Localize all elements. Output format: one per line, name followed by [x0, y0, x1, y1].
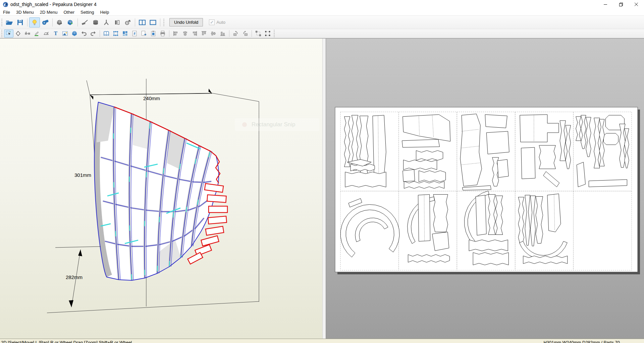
- solid-view-icon[interactable]: [90, 17, 101, 27]
- status-model-size-text: H301mm W240mm D282mm / Parts 70: [543, 339, 644, 343]
- part-outline[interactable]: [345, 172, 386, 187]
- toggle-light-icon[interactable]: [29, 17, 40, 27]
- part-outline[interactable]: [547, 194, 561, 232]
- menu-item-help[interactable]: Help: [97, 9, 112, 15]
- toolbar-separator: [52, 18, 53, 26]
- edit-line-icon[interactable]: [32, 29, 42, 38]
- show-3d-box-icon[interactable]: [70, 29, 79, 38]
- viewport-2d[interactable]: [326, 39, 644, 339]
- menu-item-other[interactable]: Other: [60, 9, 77, 15]
- redo-icon[interactable]: [89, 29, 98, 38]
- svg-text:T: T: [54, 30, 58, 36]
- print-icon[interactable]: [158, 29, 167, 38]
- bounding-select-icon[interactable]: [111, 29, 120, 38]
- menu-item-2d-menu[interactable]: 2D Menu: [37, 9, 61, 15]
- open-sheet-icon[interactable]: [102, 29, 111, 38]
- select-move-icon[interactable]: [4, 29, 13, 38]
- part-outline[interactable]: [497, 159, 508, 178]
- part-outline[interactable]: [473, 253, 508, 265]
- part-outline[interactable]: [589, 180, 627, 187]
- toolbar-separator: [169, 30, 169, 37]
- part-outline[interactable]: [603, 133, 618, 145]
- select-object-3d-icon[interactable]: [54, 17, 65, 27]
- status-bar: 2D [Select/Move] L [Pan] R or Wheel Drag…: [0, 339, 644, 343]
- align-left-icon[interactable]: [171, 29, 180, 38]
- part-outline[interactable]: [432, 232, 449, 251]
- part-outline[interactable]: [521, 147, 535, 179]
- export-page-icon[interactable]: [139, 29, 149, 38]
- restore-button[interactable]: [613, 0, 629, 9]
- part-outline[interactable]: [460, 114, 482, 186]
- toolbar-grip[interactable]: [1, 19, 3, 26]
- snip-icon: [242, 122, 247, 127]
- client-area: 240mm301mm282mm Rectangular Snip: [0, 38, 644, 339]
- menu-item-setting[interactable]: Setting: [77, 9, 97, 15]
- snip-watermark: Rectangular Snip: [235, 118, 319, 131]
- align-top-icon[interactable]: [199, 29, 209, 38]
- save-file-icon[interactable]: [15, 17, 25, 27]
- one-pane-layout-icon[interactable]: [148, 17, 158, 27]
- toolbar-separator: [252, 30, 252, 37]
- auto-unfold-label: Auto: [216, 20, 225, 25]
- toolbar-separator: [77, 18, 78, 26]
- width-dimension-label: 240mm: [143, 95, 160, 101]
- svg-text:#: #: [133, 32, 136, 36]
- part-outline[interactable]: [486, 131, 509, 154]
- undo-unfold-button[interactable]: Undo Unfold: [169, 18, 203, 26]
- part-outline[interactable]: [403, 169, 415, 182]
- checkbox-check-icon[interactable]: ✓: [209, 19, 215, 25]
- rotate-right-icon[interactable]: [240, 29, 250, 38]
- auto-unfold-checkbox[interactable]: ✓ Auto: [209, 19, 225, 25]
- toolbar-separator: [100, 30, 100, 37]
- ungroup-select-icon[interactable]: [263, 29, 272, 38]
- open-file-icon[interactable]: [4, 17, 15, 27]
- insert-image-icon[interactable]: [60, 29, 70, 38]
- pane-splitter[interactable]: [322, 39, 326, 339]
- select-part-3d-icon[interactable]: [65, 17, 76, 27]
- joint-view-icon[interactable]: [101, 17, 112, 27]
- menu-item-3d-menu[interactable]: 3D Menu: [13, 9, 37, 15]
- part-outline[interactable]: [469, 240, 508, 251]
- toolbar-grip[interactable]: [273, 30, 275, 37]
- align-center-horizontal-icon[interactable]: [180, 29, 190, 38]
- toolbar-grip[interactable]: [163, 19, 165, 26]
- two-pane-layout-icon[interactable]: [137, 17, 148, 27]
- auto-arrange-icon[interactable]: [120, 29, 130, 38]
- model-3d-canvas[interactable]: 240mm301mm282mm: [0, 39, 322, 338]
- part-outline[interactable]: [419, 170, 446, 182]
- app-logo-icon: [3, 2, 8, 7]
- rotate-left-icon[interactable]: [231, 29, 240, 38]
- texture-view-icon[interactable]: [40, 17, 51, 27]
- pattern-2d-canvas[interactable]: [326, 39, 644, 338]
- page-number-icon[interactable]: #: [130, 29, 139, 38]
- clipboard-icon[interactable]: [149, 29, 158, 38]
- toolbar-grip[interactable]: [1, 30, 3, 37]
- align-right-icon[interactable]: [190, 29, 199, 38]
- part-outline[interactable]: [433, 195, 448, 232]
- toolbar-separator: [160, 18, 160, 26]
- align-bottom-icon[interactable]: [218, 29, 227, 38]
- view-settings-icon[interactable]: [122, 17, 133, 27]
- select-lasso-icon[interactable]: [13, 29, 23, 38]
- texture-settings-icon[interactable]: [112, 17, 122, 27]
- part-outline[interactable]: [408, 255, 450, 262]
- divide-join-icon[interactable]: [23, 29, 32, 38]
- part-outline[interactable]: [539, 145, 555, 169]
- minimize-button[interactable]: [598, 0, 613, 9]
- part-outline[interactable]: [416, 150, 443, 160]
- part-outline[interactable]: [402, 139, 440, 147]
- edit-flap-icon[interactable]: [42, 29, 51, 38]
- group-select-icon[interactable]: [254, 29, 263, 38]
- toolbar-separator: [229, 30, 229, 37]
- undo-icon[interactable]: [79, 29, 89, 38]
- edit-tool-icon[interactable]: [79, 17, 90, 27]
- menu-item-file[interactable]: File: [0, 9, 13, 15]
- align-center-vertical-icon[interactable]: [209, 29, 218, 38]
- close-button[interactable]: [629, 0, 644, 9]
- insert-text-icon[interactable]: T: [51, 29, 60, 38]
- status-hint-text: 2D [Select/Move] L [Pan] R or Wheel Drag…: [0, 339, 132, 343]
- part-outline[interactable]: [476, 195, 486, 235]
- part-outline[interactable]: [485, 115, 507, 128]
- viewport-3d[interactable]: 240mm301mm282mm Rectangular Snip: [0, 39, 322, 339]
- part-outline[interactable]: [418, 195, 430, 242]
